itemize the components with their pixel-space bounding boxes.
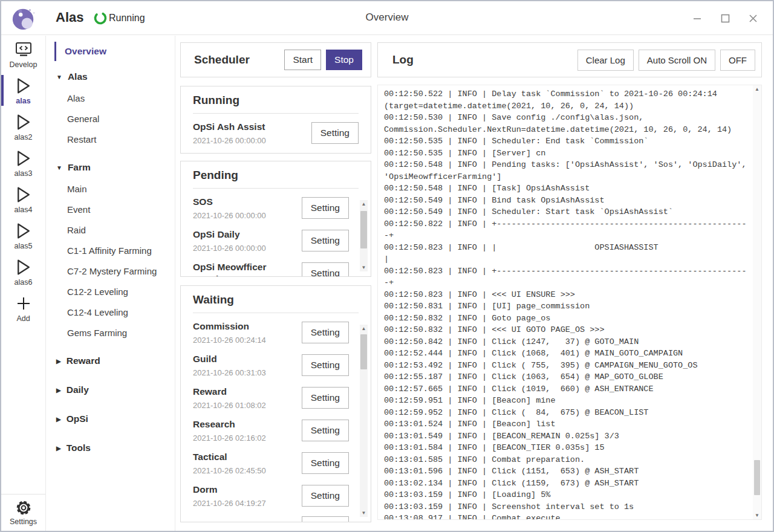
maximize-button[interactable] bbox=[711, 6, 739, 30]
minimize-button[interactable] bbox=[683, 6, 711, 30]
develop-icon bbox=[15, 40, 33, 59]
task-name: SOS bbox=[193, 196, 296, 208]
nav-section-label: Tools bbox=[67, 443, 91, 453]
scroll-down-icon[interactable]: ▼ bbox=[360, 509, 368, 517]
nav-item-gems-farming[interactable]: Gems Farming bbox=[46, 322, 175, 343]
rail-label: Develop bbox=[10, 60, 37, 69]
rail-label: alas3 bbox=[15, 169, 33, 178]
rail-item-develop[interactable]: Develop bbox=[1, 36, 45, 72]
rail-item-add[interactable]: Add bbox=[1, 290, 45, 326]
window-title: Overview bbox=[1, 11, 773, 24]
rail-label: alas4 bbox=[15, 206, 33, 214]
nav-section-reward[interactable]: ▶ Reward bbox=[46, 350, 175, 372]
nav-item-overview[interactable]: Overview bbox=[54, 42, 175, 61]
nav-item-main[interactable]: Main bbox=[46, 178, 175, 199]
rail-item-alas4[interactable]: alas4 bbox=[1, 181, 45, 217]
pending-title: Pending bbox=[193, 169, 359, 189]
nav-section-farm[interactable]: ▼ Farm bbox=[46, 157, 175, 178]
setting-button[interactable]: Setting bbox=[302, 354, 349, 376]
task-name: Guild bbox=[193, 353, 296, 365]
rail-item-alas5[interactable]: alas5 bbox=[1, 218, 45, 253]
rail-item-settings[interactable]: Settings bbox=[1, 494, 45, 530]
rail-item-alas6[interactable]: alas6 bbox=[1, 254, 45, 290]
task-row: Research 2021-10-26 02:16:02 Setting bbox=[193, 414, 349, 446]
instance-rail: Develop alas alas2 alas3 alas4 bbox=[1, 36, 46, 531]
task-time: 2021-10-26 02:45:50 bbox=[193, 466, 296, 475]
nav-menu: Overview ▼ Alas Alas General Restart ▼ F… bbox=[46, 36, 175, 531]
plus-icon bbox=[16, 294, 31, 313]
task-row: Guild 2021-10-26 00:31:03 Setting bbox=[193, 348, 349, 381]
task-time: 2021-10-26 00:00:00 bbox=[193, 136, 296, 145]
rail-label: alas5 bbox=[15, 242, 33, 250]
task-time: 2021-10-26 00:24:14 bbox=[193, 336, 296, 345]
task-name: OpSi Daily bbox=[193, 229, 296, 241]
task-name: Tactical bbox=[193, 451, 296, 463]
scroll-up-icon[interactable]: ▲ bbox=[360, 325, 368, 332]
play-icon bbox=[15, 76, 32, 96]
task-row: OpSi Ash Assist 2021-10-26 00:00:00 Sett… bbox=[193, 116, 359, 149]
nav-section-label: OpSi bbox=[67, 414, 88, 424]
nav-item-event[interactable]: Event bbox=[46, 199, 175, 219]
waiting-scrollbar[interactable]: ▲ ▼ bbox=[360, 325, 368, 517]
scheduler-title: Scheduler bbox=[194, 53, 250, 66]
setting-button[interactable]: Setting bbox=[302, 452, 349, 474]
log-scrollbar[interactable]: ▲ ▼ bbox=[753, 85, 761, 519]
setting-button[interactable]: Setting bbox=[302, 516, 349, 522]
nav-section-tools[interactable]: ▶ Tools bbox=[46, 437, 175, 459]
scrollbar-thumb[interactable] bbox=[360, 211, 367, 248]
task-row: OpSi Meowfficer Farming Setting bbox=[193, 256, 349, 277]
setting-button[interactable]: Setting bbox=[302, 230, 349, 251]
rail-item-alas[interactable]: alas bbox=[1, 73, 45, 108]
setting-button[interactable]: Setting bbox=[302, 420, 349, 441]
task-row: OpSi Daily 2021-10-26 00:00:00 Setting bbox=[193, 224, 349, 256]
nav-item-c1-1-affinity-farming[interactable]: C1-1 Affinity Farming bbox=[46, 240, 175, 261]
task-time: 2021-10-26 01:08:02 bbox=[193, 401, 296, 410]
nav-item-restart[interactable]: Restart bbox=[46, 129, 175, 149]
stop-button[interactable]: Stop bbox=[326, 50, 362, 70]
clear-log-button[interactable]: Clear Log bbox=[577, 50, 634, 71]
setting-button[interactable]: Setting bbox=[311, 122, 359, 144]
nav-item-c12-2-leveling[interactable]: C12-2 Leveling bbox=[46, 281, 175, 302]
task-name: Commission bbox=[193, 320, 296, 332]
rail-item-alas2[interactable]: alas2 bbox=[1, 109, 45, 144]
auto-scroll-off-button[interactable]: OFF bbox=[720, 50, 755, 71]
rail-label: alas6 bbox=[15, 278, 33, 287]
nav-section-opsi[interactable]: ▶ OpSi bbox=[46, 408, 175, 430]
nav-item-general[interactable]: General bbox=[46, 108, 175, 129]
nav-item-alas[interactable]: Alas bbox=[46, 88, 175, 108]
nav-item-c7-2-mystery-farming[interactable]: C7-2 Mystery Farming bbox=[46, 261, 175, 281]
nav-section-label: Daily bbox=[67, 384, 89, 395]
nav-item-c12-4-leveling[interactable]: C12-4 Leveling bbox=[46, 302, 175, 322]
setting-button[interactable]: Setting bbox=[302, 387, 349, 409]
task-time: 2021-10-26 00:00:00 bbox=[193, 244, 296, 253]
nav-section-daily[interactable]: ▶ Daily bbox=[46, 379, 175, 401]
scroll-up-icon[interactable]: ▲ bbox=[753, 85, 761, 93]
close-button[interactable] bbox=[739, 6, 767, 30]
log-text[interactable]: 00:12:50.522 | INFO | Delay task `Commis… bbox=[378, 85, 753, 519]
task-time: 2021-10-26 00:00:00 bbox=[193, 211, 296, 220]
nav-section-label: Reward bbox=[67, 355, 100, 366]
chevron-collapsed-icon: ▶ bbox=[56, 387, 61, 394]
nav-section-alas[interactable]: ▼ Alas bbox=[46, 66, 175, 88]
task-time: 2021-10-26 02:16:02 bbox=[193, 433, 296, 443]
scrollbar-thumb[interactable] bbox=[360, 334, 367, 369]
nav-section-label: Farm bbox=[68, 162, 91, 173]
setting-button[interactable]: Setting bbox=[302, 262, 349, 277]
pending-scrollbar[interactable]: ▲ ▼ bbox=[360, 200, 368, 271]
setting-button[interactable]: Setting bbox=[302, 485, 349, 507]
rail-label: alas2 bbox=[15, 133, 33, 141]
start-button[interactable]: Start bbox=[284, 50, 321, 70]
rail-item-alas3[interactable]: alas3 bbox=[1, 145, 45, 181]
log-header-card: Log Clear Log Auto Scroll ON OFF bbox=[377, 42, 762, 77]
auto-scroll-on-button[interactable]: Auto Scroll ON bbox=[639, 50, 715, 71]
setting-button[interactable]: Setting bbox=[302, 197, 349, 219]
scroll-up-icon[interactable]: ▲ bbox=[360, 200, 368, 208]
scrollbar-thumb[interactable] bbox=[754, 460, 760, 495]
scroll-down-icon[interactable]: ▼ bbox=[753, 511, 761, 519]
scroll-down-icon[interactable]: ▼ bbox=[360, 264, 368, 271]
rail-label: Settings bbox=[10, 517, 37, 526]
setting-button[interactable]: Setting bbox=[302, 322, 349, 343]
chevron-collapsed-icon: ▶ bbox=[56, 416, 61, 423]
nav-item-raid[interactable]: Raid bbox=[46, 219, 175, 240]
task-row: Shop Setting bbox=[193, 511, 349, 522]
